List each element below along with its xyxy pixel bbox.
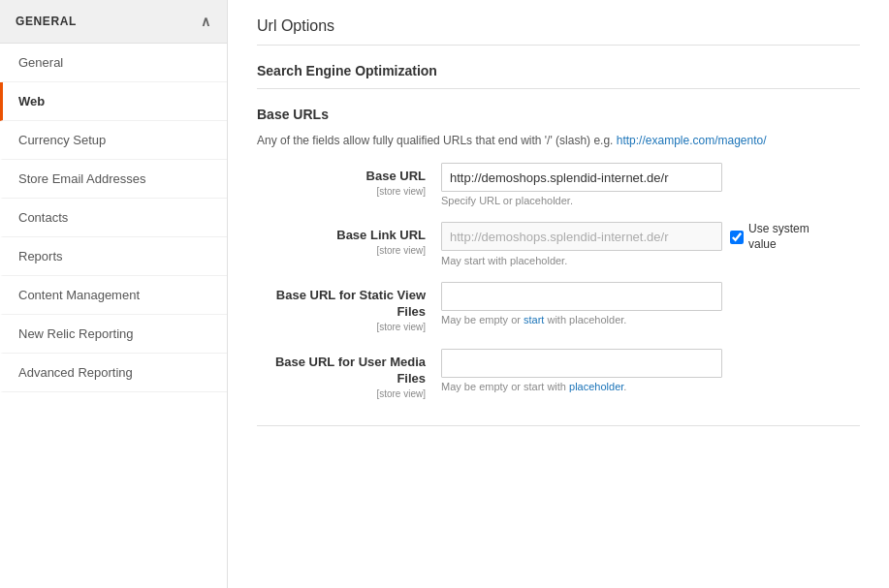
base-link-url-input[interactable] xyxy=(441,222,722,251)
seo-section: Search Engine Optimization xyxy=(257,46,860,89)
media-url-hint: May be empty or start with placeholder. xyxy=(441,381,860,392)
chevron-up-icon: ∧ xyxy=(201,14,211,29)
base-url-input[interactable] xyxy=(441,163,722,192)
base-urls-title: Base URLs xyxy=(257,107,860,122)
base-url-label: Base URL [store view] xyxy=(257,163,441,198)
base-link-url-row: Base Link URL [store view] Use systemval… xyxy=(257,222,860,266)
sidebar-item-contacts[interactable]: Contacts xyxy=(0,199,227,237)
sidebar-item-general[interactable]: General xyxy=(0,44,227,82)
base-link-url-hint: May start with placeholder. xyxy=(441,255,860,266)
static-start-link[interactable]: start xyxy=(524,314,544,325)
system-value-label: Use systemvalue xyxy=(748,222,810,252)
base-urls-section: Base URLs Any of the fields allow fully … xyxy=(257,89,860,426)
static-url-label: Base URL for Static View Files [store vi… xyxy=(257,282,441,333)
use-system-value-checkbox[interactable] xyxy=(730,231,744,244)
sidebar-section-general[interactable]: GENERAL ∧ xyxy=(0,0,227,44)
sidebar-item-web[interactable]: Web xyxy=(0,82,227,121)
sidebar-item-reports[interactable]: Reports xyxy=(0,237,227,276)
url-options-title: Url Options xyxy=(257,17,860,35)
media-url-row: Base URL for User Media Files [store vie… xyxy=(257,349,860,400)
main-content: Url Options Search Engine Optimization B… xyxy=(228,0,889,588)
media-url-field-wrap: May be empty or start with placeholder. xyxy=(441,349,860,392)
sidebar: GENERAL ∧ General Web Currency Setup Sto… xyxy=(0,0,228,588)
base-urls-info: Any of the fields allow fully qualified … xyxy=(257,132,860,149)
static-url-row: Base URL for Static View Files [store vi… xyxy=(257,282,860,333)
sidebar-item-currency-setup[interactable]: Currency Setup xyxy=(0,121,227,160)
sidebar-item-content-management[interactable]: Content Management xyxy=(0,276,227,315)
base-url-field-wrap: Specify URL or placeholder. xyxy=(441,163,860,206)
sidebar-section-label: GENERAL xyxy=(16,15,77,28)
static-url-field-wrap: May be empty or start with placeholder. xyxy=(441,282,860,325)
static-url-input[interactable] xyxy=(441,282,722,311)
seo-title: Search Engine Optimization xyxy=(257,63,860,78)
base-link-url-label: Base Link URL [store view] xyxy=(257,222,441,257)
url-options-section: Url Options xyxy=(257,0,860,46)
example-url-link[interactable]: http://example.com/magento/ xyxy=(617,134,767,147)
static-url-hint: May be empty or start with placeholder. xyxy=(441,314,860,325)
media-placeholder-link[interactable]: placeholder xyxy=(569,381,623,392)
system-value-wrap: Use systemvalue xyxy=(730,222,810,252)
base-link-url-field-wrap: Use systemvalue May start with placehold… xyxy=(441,222,860,266)
sidebar-item-new-relic-reporting[interactable]: New Relic Reporting xyxy=(0,315,227,354)
sidebar-item-store-email-addresses[interactable]: Store Email Addresses xyxy=(0,160,227,199)
media-url-input[interactable] xyxy=(441,349,722,378)
base-url-row: Base URL [store view] Specify URL or pla… xyxy=(257,163,860,206)
base-url-hint: Specify URL or placeholder. xyxy=(441,195,860,206)
media-url-label: Base URL for User Media Files [store vie… xyxy=(257,349,441,400)
sidebar-item-advanced-reporting[interactable]: Advanced Reporting xyxy=(0,354,227,392)
